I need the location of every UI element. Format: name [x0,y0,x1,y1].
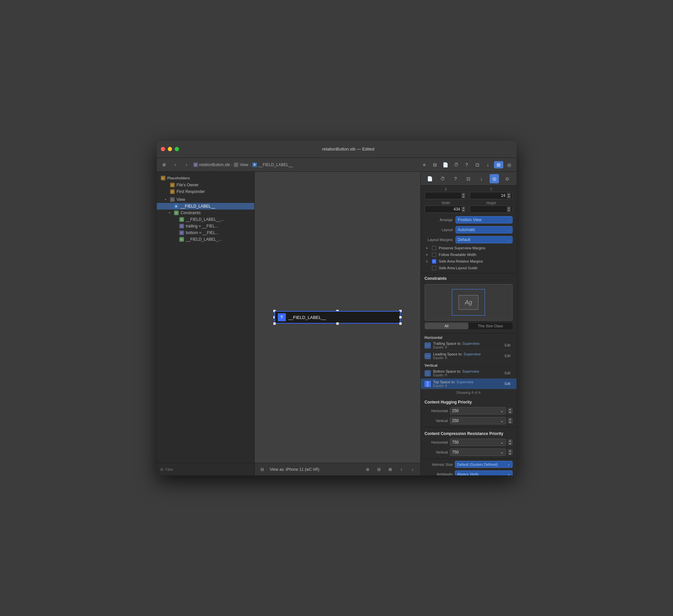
width-stepper-down[interactable]: ▼ [461,209,465,212]
safe-area-margins-checkbox[interactable]: ✓ [432,259,436,263]
width-stepper[interactable]: ▲ ▼ [461,207,465,212]
breadcrumb-element[interactable]: B __FIELD_LABEL__ [252,163,293,167]
constraint-1[interactable]: ⊟ __FIELD_LABEL__... [157,216,254,223]
constraints-group-item[interactable]: ▾ ⊟ Constraints [157,210,254,216]
safe-area-layout-checkbox[interactable] [432,266,436,270]
breadcrumb-file[interactable]: ⊞ relationButton.xib [193,163,230,167]
layout-dropdown[interactable]: Automatic ⌄ [456,226,512,233]
compression-vertical-stepper[interactable]: ▲ ▼ [508,449,512,455]
history-button[interactable]: ⏱ [452,161,461,168]
constraint-3[interactable]: ⊟ bottom = __FIEL... [157,229,254,236]
help-button[interactable]: ? [462,161,471,168]
resize-br[interactable] [399,322,402,325]
x-stepper-up[interactable]: ▲ [461,193,465,196]
ambiguity-dropdown[interactable]: Always Verify ⌄ [455,470,512,475]
y-stepper[interactable]: ▲ ▼ [507,193,511,198]
all-size-class-btn[interactable]: All [425,323,469,329]
forward-button[interactable]: › [182,161,191,168]
hh-stepper-down[interactable]: ▼ [508,411,512,414]
compression-vertical-dropdown[interactable]: 750 ⌄ [450,449,506,456]
intrinsic-size-dropdown[interactable]: Default (System Defined) ⌄ [455,461,512,468]
file-inspector-button[interactable]: 📄 [441,161,450,168]
widget-text: __FIELD_LABEL__ [288,315,326,320]
bottom-edit-btn[interactable]: Edit [503,371,512,376]
hugging-horizontal-stepper[interactable]: ▲ ▼ [508,408,512,414]
size-inspector-button[interactable]: ⊞ [494,161,503,168]
attributes-tab[interactable]: ⊡ [464,174,473,183]
hugging-horizontal-row: Horizontal 250 ⌄ ▲ ▼ [421,406,516,416]
preserve-margins-checkbox[interactable] [432,246,436,250]
quick-help-tab[interactable]: ⏱ [438,174,447,183]
arrow-down-button[interactable]: ↓ [483,161,493,168]
maximize-button[interactable] [175,147,179,151]
inspector-button[interactable]: ⊟ [430,161,440,168]
files-owner-item[interactable]: ⊡ File's Owner [157,182,254,188]
follow-readable-checkbox[interactable] [432,253,436,257]
this-size-class-btn[interactable]: This Size Class [468,323,512,329]
close-button[interactable] [161,147,165,151]
widget-container[interactable]: ? __FIELD_LABEL__ [274,311,401,324]
first-responder-item[interactable]: ⊡ First Responder [157,188,254,195]
ch-stepper-down[interactable]: ▼ [508,442,512,445]
zoom-fit-button[interactable]: ⊚ [364,466,371,473]
cv-stepper-down[interactable]: ▼ [508,452,512,455]
hugging-vertical-dropdown[interactable]: 250 ⌄ [450,417,506,424]
x-input[interactable]: ▲ ▼ [425,192,467,199]
identity-tab[interactable]: ? [451,174,460,183]
back-button[interactable]: ‹ [171,161,180,168]
ch-stepper-up[interactable]: ▲ [508,439,512,442]
hv-stepper-up[interactable]: ▲ [508,418,512,421]
download-button[interactable]: ↓ [409,466,416,473]
height-stepper[interactable]: ▲ ▼ [507,207,511,212]
trailing-edit-btn[interactable]: Edit [503,343,512,348]
y-stepper-up[interactable]: ▲ [507,193,511,196]
preserve-plus[interactable]: + [425,246,429,250]
compression-horizontal-stepper[interactable]: ▲ ▼ [508,439,512,445]
height-input[interactable]: ▲ ▼ [470,206,512,213]
field-label-item[interactable]: B __FIELD_LABEL__ [157,203,254,210]
width-stepper-up[interactable]: ▲ [461,207,465,209]
hh-stepper-up[interactable]: ▲ [508,408,512,411]
height-stepper-down[interactable]: ▼ [507,209,511,212]
filter-input[interactable] [166,467,251,471]
list-view-button[interactable]: ≡ [420,161,429,168]
minimize-button[interactable] [168,147,172,151]
constraint-2[interactable]: ⊟ trailing = __FIEL... [157,223,254,229]
width-input[interactable]: 434 ▲ ▼ [425,206,467,213]
layout-margins-dropdown[interactable]: Default ⌄ [456,236,512,243]
aspect-button[interactable]: ↕ [398,466,405,473]
hv-stepper-down[interactable]: ▼ [508,421,512,424]
file-inspector-tab[interactable]: 📄 [425,174,434,183]
zoom-in-button[interactable]: ⊞ [387,466,394,473]
arrange-dropdown[interactable]: Position View ⌄ [456,216,512,223]
compression-horizontal-dropdown[interactable]: 750 ⌄ [450,439,506,446]
resize-bl[interactable] [273,322,276,325]
target-button[interactable]: ◎ [505,161,514,168]
safe-area-margins-plus[interactable]: + [425,259,429,263]
breadcrumb-view[interactable]: □ View [234,163,248,167]
grid-view-button[interactable]: ⊞ [160,161,169,168]
constraint-4[interactable]: ⊟ __FIELD_LABEL_... [157,236,254,243]
canvas-content: ? __FIELD_LABEL__ [255,172,420,463]
x-stepper-down[interactable]: ▼ [461,196,465,198]
device-view-button[interactable]: ⊟ [259,466,266,473]
hugging-horizontal-dropdown[interactable]: 250 ⌄ [450,407,506,414]
cv-stepper-up[interactable]: ▲ [508,449,512,452]
height-stepper-up[interactable]: ▲ [507,207,511,209]
top-edit-btn[interactable]: Edit [503,381,512,386]
object-library-button[interactable]: ⊡ [473,161,482,168]
connections-tab[interactable]: ◎ [490,174,499,183]
follow-readable-plus[interactable]: + [425,252,429,257]
y-stepper-down[interactable]: ▼ [507,196,511,198]
bindings-tab[interactable]: ⊙ [503,174,512,183]
x-stepper[interactable]: ▲ ▼ [461,193,465,198]
hugging-vertical-stepper[interactable]: ▲ ▼ [508,418,512,424]
view-item[interactable]: ▾ □ View [157,196,254,203]
size-tab[interactable]: ↓ [477,174,486,183]
leading-edit-btn[interactable]: Edit [503,354,512,358]
zoom-out-button[interactable]: ⊟ [375,466,383,473]
resize-right[interactable] [399,316,402,319]
field-label-widget[interactable]: ? __FIELD_LABEL__ [274,311,401,324]
resize-bottom[interactable] [336,322,339,325]
y-input[interactable]: 24 ▲ ▼ [470,192,512,199]
